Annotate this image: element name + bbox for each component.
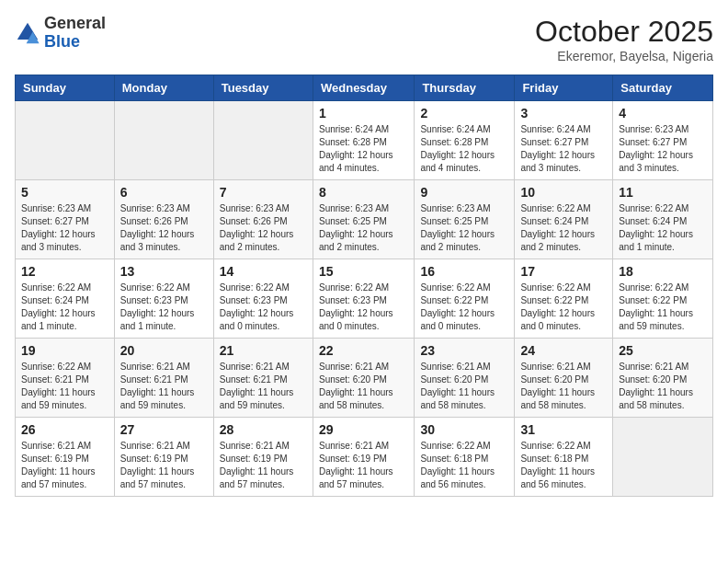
day-number: 31 — [520, 422, 607, 437]
calendar-cell: 17Sunrise: 6:22 AM Sunset: 6:22 PM Dayli… — [515, 259, 613, 339]
calendar-week-row: 12Sunrise: 6:22 AM Sunset: 6:24 PM Dayli… — [16, 259, 713, 339]
day-info: Sunrise: 6:22 AM Sunset: 6:24 PM Dayligh… — [619, 202, 707, 254]
day-number: 8 — [319, 185, 408, 200]
day-number: 4 — [619, 106, 707, 121]
weekday-header-tuesday: Tuesday — [213, 75, 313, 101]
day-number: 7 — [220, 185, 307, 200]
calendar-cell: 12Sunrise: 6:22 AM Sunset: 6:24 PM Dayli… — [16, 259, 115, 339]
day-info: Sunrise: 6:23 AM Sunset: 6:25 PM Dayligh… — [420, 202, 508, 254]
day-info: Sunrise: 6:21 AM Sunset: 6:19 PM Dayligh… — [220, 440, 307, 491]
day-info: Sunrise: 6:21 AM Sunset: 6:20 PM Dayligh… — [619, 361, 707, 412]
calendar-cell: 11Sunrise: 6:22 AM Sunset: 6:24 PM Dayli… — [613, 180, 713, 259]
day-number: 22 — [319, 343, 408, 358]
day-info: Sunrise: 6:21 AM Sunset: 6:21 PM Dayligh… — [220, 361, 307, 412]
calendar-cell — [16, 101, 115, 180]
day-number: 12 — [21, 264, 108, 279]
day-number: 1 — [319, 106, 408, 121]
calendar-cell — [114, 101, 213, 180]
weekday-header-friday: Friday — [515, 75, 613, 101]
calendar-table: SundayMondayTuesdayWednesdayThursdayFrid… — [15, 75, 713, 497]
day-info: Sunrise: 6:21 AM Sunset: 6:19 PM Dayligh… — [120, 440, 208, 491]
calendar-cell: 15Sunrise: 6:22 AM Sunset: 6:23 PM Dayli… — [313, 259, 414, 339]
day-number: 29 — [319, 422, 408, 437]
day-info: Sunrise: 6:22 AM Sunset: 6:18 PM Dayligh… — [420, 440, 508, 491]
calendar-cell: 28Sunrise: 6:21 AM Sunset: 6:19 PM Dayli… — [213, 418, 313, 497]
logo-icon — [15, 20, 40, 46]
calendar-cell: 4Sunrise: 6:23 AM Sunset: 6:27 PM Daylig… — [613, 101, 713, 180]
day-number: 15 — [319, 264, 408, 279]
calendar-cell: 31Sunrise: 6:22 AM Sunset: 6:18 PM Dayli… — [515, 418, 613, 497]
day-number: 3 — [520, 106, 607, 121]
calendar-cell: 20Sunrise: 6:21 AM Sunset: 6:21 PM Dayli… — [114, 339, 213, 418]
calendar-cell: 27Sunrise: 6:21 AM Sunset: 6:19 PM Dayli… — [114, 418, 213, 497]
calendar-cell: 7Sunrise: 6:23 AM Sunset: 6:26 PM Daylig… — [213, 180, 313, 259]
day-info: Sunrise: 6:22 AM Sunset: 6:23 PM Dayligh… — [220, 282, 307, 333]
title-block: October 2025 Ekeremor, Bayelsa, Nigeria — [535, 15, 713, 63]
day-info: Sunrise: 6:23 AM Sunset: 6:25 PM Dayligh… — [319, 202, 408, 254]
day-number: 6 — [120, 185, 208, 200]
weekday-header-sunday: Sunday — [16, 75, 115, 101]
calendar-cell: 24Sunrise: 6:21 AM Sunset: 6:20 PM Dayli… — [515, 339, 613, 418]
calendar-cell: 16Sunrise: 6:22 AM Sunset: 6:22 PM Dayli… — [415, 259, 515, 339]
page-header: General Blue October 2025 Ekeremor, Baye… — [15, 15, 713, 63]
day-number: 16 — [420, 264, 508, 279]
day-info: Sunrise: 6:24 AM Sunset: 6:27 PM Dayligh… — [520, 123, 607, 175]
calendar-cell: 22Sunrise: 6:21 AM Sunset: 6:20 PM Dayli… — [313, 339, 414, 418]
calendar-cell: 13Sunrise: 6:22 AM Sunset: 6:23 PM Dayli… — [114, 259, 213, 339]
weekday-header-wednesday: Wednesday — [313, 75, 414, 101]
day-number: 20 — [120, 343, 208, 358]
day-info: Sunrise: 6:21 AM Sunset: 6:21 PM Dayligh… — [120, 361, 208, 412]
day-number: 10 — [520, 185, 607, 200]
day-info: Sunrise: 6:21 AM Sunset: 6:19 PM Dayligh… — [319, 440, 408, 491]
calendar-header-row: SundayMondayTuesdayWednesdayThursdayFrid… — [16, 75, 713, 101]
day-number: 11 — [619, 185, 707, 200]
logo: General Blue — [15, 15, 106, 52]
calendar-cell: 29Sunrise: 6:21 AM Sunset: 6:19 PM Dayli… — [313, 418, 414, 497]
calendar-cell: 25Sunrise: 6:21 AM Sunset: 6:20 PM Dayli… — [613, 339, 713, 418]
day-number: 24 — [520, 343, 607, 358]
day-info: Sunrise: 6:21 AM Sunset: 6:20 PM Dayligh… — [520, 361, 607, 412]
day-info: Sunrise: 6:23 AM Sunset: 6:26 PM Dayligh… — [220, 202, 307, 254]
day-info: Sunrise: 6:23 AM Sunset: 6:27 PM Dayligh… — [21, 202, 108, 254]
calendar-week-row: 26Sunrise: 6:21 AM Sunset: 6:19 PM Dayli… — [16, 418, 713, 497]
calendar-cell: 21Sunrise: 6:21 AM Sunset: 6:21 PM Dayli… — [213, 339, 313, 418]
day-info: Sunrise: 6:23 AM Sunset: 6:26 PM Dayligh… — [120, 202, 208, 254]
day-number: 14 — [220, 264, 307, 279]
calendar-cell: 19Sunrise: 6:22 AM Sunset: 6:21 PM Dayli… — [16, 339, 115, 418]
day-number: 17 — [520, 264, 607, 279]
day-info: Sunrise: 6:22 AM Sunset: 6:22 PM Dayligh… — [619, 282, 707, 333]
month-title: October 2025 — [535, 15, 713, 49]
logo-text: General Blue — [44, 15, 106, 52]
calendar-cell: 2Sunrise: 6:24 AM Sunset: 6:28 PM Daylig… — [415, 101, 515, 180]
calendar-week-row: 1Sunrise: 6:24 AM Sunset: 6:28 PM Daylig… — [16, 101, 713, 180]
day-number: 5 — [21, 185, 108, 200]
day-number: 27 — [120, 422, 208, 437]
weekday-header-monday: Monday — [114, 75, 213, 101]
day-info: Sunrise: 6:22 AM Sunset: 6:22 PM Dayligh… — [420, 282, 508, 333]
day-number: 13 — [120, 264, 208, 279]
day-number: 2 — [420, 106, 508, 121]
calendar-cell: 6Sunrise: 6:23 AM Sunset: 6:26 PM Daylig… — [114, 180, 213, 259]
calendar-cell: 30Sunrise: 6:22 AM Sunset: 6:18 PM Dayli… — [415, 418, 515, 497]
day-info: Sunrise: 6:21 AM Sunset: 6:20 PM Dayligh… — [319, 361, 408, 412]
day-number: 9 — [420, 185, 508, 200]
day-number: 28 — [220, 422, 307, 437]
calendar-cell: 23Sunrise: 6:21 AM Sunset: 6:20 PM Dayli… — [415, 339, 515, 418]
day-info: Sunrise: 6:22 AM Sunset: 6:21 PM Dayligh… — [21, 361, 108, 412]
day-number: 19 — [21, 343, 108, 358]
day-number: 25 — [619, 343, 707, 358]
day-number: 18 — [619, 264, 707, 279]
calendar-cell: 3Sunrise: 6:24 AM Sunset: 6:27 PM Daylig… — [515, 101, 613, 180]
location-subtitle: Ekeremor, Bayelsa, Nigeria — [535, 49, 713, 63]
calendar-week-row: 19Sunrise: 6:22 AM Sunset: 6:21 PM Dayli… — [16, 339, 713, 418]
day-info: Sunrise: 6:22 AM Sunset: 6:24 PM Dayligh… — [21, 282, 108, 333]
day-info: Sunrise: 6:22 AM Sunset: 6:23 PM Dayligh… — [319, 282, 408, 333]
day-number: 26 — [21, 422, 108, 437]
day-info: Sunrise: 6:22 AM Sunset: 6:24 PM Dayligh… — [520, 202, 607, 254]
calendar-cell: 26Sunrise: 6:21 AM Sunset: 6:19 PM Dayli… — [16, 418, 115, 497]
calendar-cell: 9Sunrise: 6:23 AM Sunset: 6:25 PM Daylig… — [415, 180, 515, 259]
day-info: Sunrise: 6:22 AM Sunset: 6:23 PM Dayligh… — [120, 282, 208, 333]
calendar-cell: 18Sunrise: 6:22 AM Sunset: 6:22 PM Dayli… — [613, 259, 713, 339]
weekday-header-saturday: Saturday — [613, 75, 713, 101]
calendar-cell — [613, 418, 713, 497]
